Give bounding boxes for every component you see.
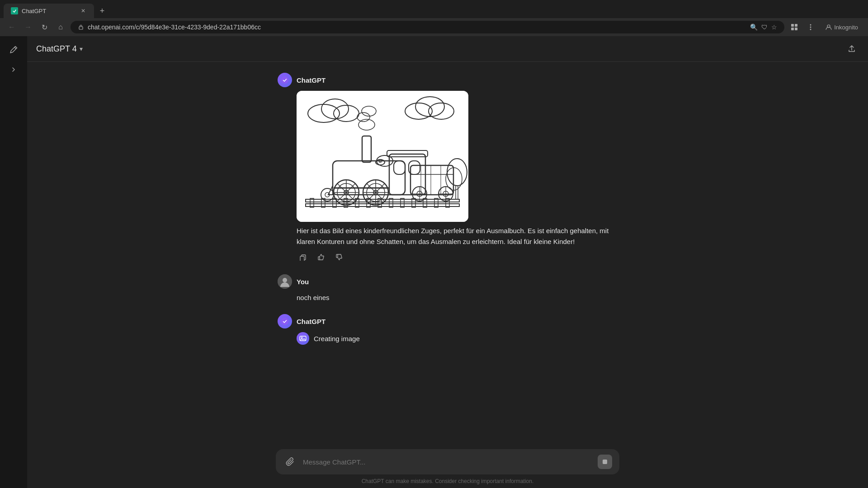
chatgpt-avatar-1 [278, 73, 292, 87]
input-container [276, 449, 619, 474]
svg-rect-3 [795, 24, 797, 27]
message-body-assistant-1: Hier ist das Bild eines kinderfreundlich… [278, 91, 618, 263]
svg-rect-81 [300, 256, 304, 261]
reload-button[interactable]: ↻ [38, 21, 51, 33]
creating-image-icon [297, 332, 309, 345]
message-header-assistant-2: ChatGPT [278, 314, 618, 328]
train-svg [297, 91, 468, 222]
tab-bar: ChatGPT ✕ + [0, 0, 868, 18]
svg-point-8 [810, 29, 811, 30]
new-tab-button[interactable]: + [96, 5, 108, 17]
lock-icon [78, 24, 84, 30]
title-dropdown-icon: ▾ [80, 45, 83, 52]
back-button[interactable]: ← [5, 21, 18, 33]
browser-chrome: ChatGPT ✕ + ← → ↻ ⌂ chat.openai.com/c/95… [0, 0, 868, 36]
message-user-1: You noch eines [278, 274, 618, 303]
forward-button[interactable]: → [22, 21, 34, 33]
new-chat-button[interactable] [5, 42, 22, 58]
share-button[interactable] [844, 42, 859, 56]
message-assistant-1: ChatGPT [278, 73, 618, 263]
url-text: chat.openai.com/c/95d84e3e-31ce-4233-9de… [88, 23, 261, 31]
svg-point-92 [301, 337, 302, 338]
home-button[interactable]: ⌂ [54, 21, 67, 33]
main-content: ChatGPT 4 ▾ [27, 36, 868, 488]
profile-label: Inkognito [834, 24, 858, 31]
svg-rect-5 [795, 28, 797, 30]
svg-rect-2 [791, 24, 794, 27]
address-bar-icons: 🔍 🛡 ☆ [750, 23, 777, 31]
message-body-assistant-2: Creating image [278, 332, 618, 345]
svg-point-0 [12, 8, 17, 14]
user-sender-label-1: You [297, 278, 309, 286]
attach-button[interactable] [283, 455, 297, 469]
chat-container: ChatGPT [267, 73, 628, 345]
user-message-text-1: noch eines [297, 292, 613, 303]
message-assistant-2: ChatGPT Creating image [278, 314, 618, 345]
creating-image-indicator: Creating image [297, 332, 618, 345]
app-layout: ChatGPT 4 ▾ [0, 36, 868, 488]
message-body-user-1: noch eines [278, 292, 618, 303]
copy-button-1[interactable] [297, 251, 309, 263]
sidebar-expand-button[interactable] [5, 61, 22, 78]
address-bar-row: ← → ↻ ⌂ chat.openai.com/c/95d84e3e-31ce-… [0, 18, 868, 36]
message-actions-1 [297, 251, 618, 263]
profile-button[interactable]: Inkognito [821, 22, 863, 33]
svg-point-7 [810, 27, 811, 28]
svg-rect-93 [603, 460, 607, 464]
tab-favicon [11, 7, 18, 14]
app-title[interactable]: ChatGPT 4 ▾ [36, 44, 83, 54]
chatgpt-sender-label-1: ChatGPT [297, 76, 326, 84]
chatgpt-avatar-2 [278, 314, 292, 328]
tab-title: ChatGPT [22, 8, 46, 14]
shield-icon[interactable]: 🛡 [761, 23, 768, 31]
chatgpt-message-text-1: Hier ist das Bild eines kinderfreundlich… [297, 225, 613, 247]
address-bar[interactable]: chat.openai.com/c/95d84e3e-31ce-4233-9de… [71, 21, 784, 33]
creating-image-text: Creating image [314, 335, 360, 343]
svg-point-89 [283, 278, 287, 282]
svg-rect-4 [791, 28, 794, 30]
stop-button[interactable] [598, 455, 612, 469]
zoom-icon[interactable]: 🔍 [750, 23, 758, 31]
active-tab[interactable]: ChatGPT ✕ [4, 4, 94, 18]
message-header-user-1: You [278, 274, 618, 289]
message-input[interactable] [303, 458, 592, 466]
svg-rect-1 [79, 27, 83, 29]
svg-point-6 [810, 24, 811, 26]
svg-point-90 [281, 318, 288, 325]
star-icon[interactable]: ☆ [771, 23, 777, 31]
sidebar [0, 36, 27, 488]
header-actions [844, 42, 859, 56]
app-title-text: ChatGPT 4 [36, 44, 77, 54]
browser-menu-button[interactable] [804, 21, 817, 33]
tab-close-button[interactable]: ✕ [80, 7, 87, 14]
thumbs-up-button-1[interactable] [315, 251, 327, 263]
chat-area[interactable]: ChatGPT [27, 62, 868, 442]
disclaimer-text: ChatGPT can make mistakes. Consider chec… [362, 478, 534, 484]
extensions-button[interactable] [788, 21, 801, 33]
generated-train-image[interactable] [297, 91, 468, 222]
svg-point-10 [281, 76, 288, 84]
message-header-assistant-1: ChatGPT [278, 73, 618, 87]
thumbs-down-button-1[interactable] [333, 251, 345, 263]
app-header: ChatGPT 4 ▾ [27, 36, 868, 62]
input-area: ChatGPT can make mistakes. Consider chec… [27, 442, 868, 488]
chatgpt-sender-label-2: ChatGPT [297, 318, 326, 325]
user-avatar-1 [278, 274, 292, 289]
